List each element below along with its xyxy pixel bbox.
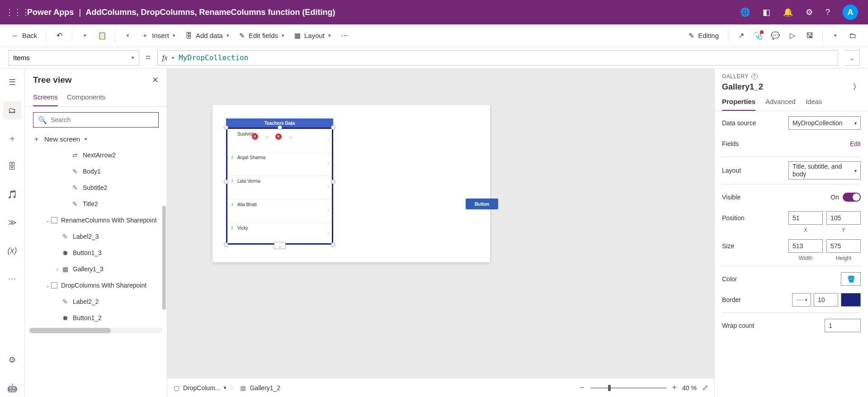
app-checker-button[interactable]: 🩺 <box>751 28 765 43</box>
wrap-count-input[interactable]: 1 <box>825 319 861 332</box>
resize-handle[interactable] <box>224 125 228 130</box>
preview-button[interactable]: ▷ <box>785 28 800 43</box>
canvas-button[interactable]: Button <box>466 198 498 209</box>
chevron-right-icon[interactable]: › <box>328 161 329 165</box>
size-width-input[interactable]: 513 <box>788 239 823 253</box>
position-x-input[interactable]: 51 <box>788 211 823 225</box>
breadcrumb-screen[interactable]: DropColum... <box>183 384 220 392</box>
property-selector[interactable]: Items ▾ <box>8 50 139 66</box>
formula-input[interactable]: fx ▾ MyDropCollection <box>157 50 838 66</box>
border-color-button[interactable] <box>841 293 861 307</box>
rail-more[interactable]: ⋯ <box>3 269 21 288</box>
undo-menu[interactable]: ▾ <box>78 28 92 43</box>
gallery-row[interactable]: Sushmita›✎✕⌄✕⌄ <box>227 129 332 152</box>
visible-toggle[interactable] <box>843 193 861 202</box>
more-commands[interactable]: ⋯ <box>337 28 352 43</box>
tree-node[interactable]: ✎Subtitle2 <box>25 180 167 196</box>
save-menu[interactable]: ▾ <box>828 28 843 43</box>
edit-template-icon[interactable]: ✎ <box>226 131 226 140</box>
border-width-input[interactable]: 10 <box>814 293 838 307</box>
zoom-slider-thumb[interactable] <box>608 385 611 391</box>
tree-scrollbar[interactable] <box>162 206 166 310</box>
error-icon[interactable]: ✕ <box>275 133 282 140</box>
tree-node[interactable]: ✎Title2 <box>25 196 167 212</box>
back-button[interactable]: ←Back <box>8 30 41 41</box>
rail-media[interactable]: 🎵 <box>3 185 21 203</box>
resize-handle[interactable] <box>331 125 335 130</box>
paste-button[interactable]: 📋 <box>95 28 109 43</box>
rail-settings[interactable]: ⚙ <box>3 351 21 369</box>
tree-search[interactable]: 🔍 <box>33 112 159 128</box>
chevron-right-icon[interactable]: › <box>328 184 329 189</box>
resize-handle[interactable] <box>224 180 228 184</box>
tree-node[interactable]: ✎Label2_3 <box>25 228 167 245</box>
chevron-right-icon[interactable]: › <box>328 231 329 236</box>
waffle-icon[interactable]: ⋮⋮⋮ <box>5 7 24 17</box>
gallery-row[interactable]: 4Alia Bhatt› <box>227 199 332 223</box>
edit-fields-link[interactable]: Edit <box>850 140 861 147</box>
chevron-down-icon[interactable]: ⌄ <box>265 134 269 139</box>
resize-handle[interactable] <box>278 125 282 130</box>
help-icon[interactable]: ? <box>826 8 830 17</box>
tree-node[interactable]: ⇄NextArrow2 <box>25 147 167 163</box>
comments-button[interactable]: 💬 <box>768 28 783 43</box>
canvas-area[interactable]: Button Teachers Data Sushmita›✎✕⌄✕⌄2Anja… <box>167 69 714 378</box>
chevron-right-icon[interactable]: › <box>328 208 329 213</box>
zoom-out-button[interactable]: − <box>580 383 585 392</box>
zoom-in-button[interactable]: + <box>672 383 677 392</box>
border-style-select[interactable]: ▾ <box>792 293 811 307</box>
globe-icon[interactable]: 🌐 <box>740 7 750 17</box>
rail-variables[interactable]: (x) <box>3 241 21 260</box>
twisty-icon[interactable]: › <box>54 266 61 272</box>
new-screen-button[interactable]: ＋ New screen ▾ <box>25 133 167 147</box>
tab-screens[interactable]: Screens <box>33 90 58 106</box>
gear-icon[interactable]: ⚙ <box>806 7 813 17</box>
chevron-right-icon[interactable]: › <box>328 137 329 142</box>
gallery-row[interactable]: 5Vicky› <box>227 223 332 245</box>
tab-properties[interactable]: Properties <box>722 98 755 111</box>
add-data-button[interactable]: 🗄Add data▾ <box>182 30 233 41</box>
rail-hamburger[interactable]: ☰ <box>3 73 21 91</box>
edit-fields-button[interactable]: ✎Edit fields▾ <box>236 30 288 42</box>
publish-button[interactable]: 🗀 <box>845 28 860 43</box>
chevron-down-icon[interactable]: ▾ <box>224 385 226 391</box>
tree-horizontal-scrollbar[interactable] <box>29 328 162 333</box>
layout-select[interactable]: Title, subtitle, and body▾ <box>788 161 861 180</box>
undo-button[interactable]: ↶ <box>52 28 66 43</box>
tree-search-input[interactable] <box>51 116 154 123</box>
rail-insert[interactable]: ＋ <box>3 129 21 147</box>
rail-data[interactable]: 🗄 <box>3 157 21 175</box>
gallery-row[interactable]: 3Lata Verma› <box>227 176 332 199</box>
twisty-icon[interactable]: ⌄ <box>44 283 51 288</box>
data-source-select[interactable]: MyDropCollection▾ <box>788 116 861 130</box>
avatar[interactable]: A <box>843 5 858 20</box>
tree-node[interactable]: ⏺Button1_3 <box>25 245 167 261</box>
layout-button[interactable]: ▦Layout▾ <box>291 30 335 42</box>
tab-ideas[interactable]: Ideas <box>806 98 822 111</box>
error-icon[interactable]: ✕ <box>252 133 258 140</box>
size-height-input[interactable]: 575 <box>826 239 861 253</box>
tree-node[interactable]: ›▦Gallery1_3 <box>25 261 167 277</box>
insert-button[interactable]: ＋Insert▾ <box>138 29 179 42</box>
chevron-down-icon[interactable]: ⌄ <box>289 134 292 139</box>
tree-node[interactable]: ✎Label2_2 <box>25 293 167 310</box>
editing-mode[interactable]: ✎Editing <box>685 30 722 42</box>
twisty-icon[interactable]: ⌄ <box>44 217 51 223</box>
selected-gallery[interactable]: Teachers Data Sushmita›✎✕⌄✕⌄2Anjali Shar… <box>226 118 333 245</box>
breadcrumb-control[interactable]: Gallery1_2 <box>250 384 280 392</box>
paste-menu[interactable]: ▾ <box>121 28 135 43</box>
gallery-row[interactable]: 2Anjali Sharma› <box>227 152 332 176</box>
resize-handle[interactable] <box>224 242 228 247</box>
info-icon[interactable]: ? <box>751 73 758 80</box>
save-button[interactable]: 🖫 <box>802 28 817 43</box>
tab-components[interactable]: Components <box>67 90 105 106</box>
gallery-add-button[interactable]: ⌄ <box>274 242 286 249</box>
fit-to-screen-button[interactable]: ⤢ <box>702 383 708 392</box>
resize-handle[interactable] <box>331 242 335 247</box>
tree-node[interactable]: ⌄RenameColumns With Sharepoint <box>25 212 167 228</box>
share-button[interactable]: ↗ <box>734 28 748 43</box>
close-icon[interactable]: ✕ <box>152 75 159 85</box>
rail-ask-virtual-agent[interactable]: 🤖 <box>3 379 21 397</box>
expand-formula-button[interactable]: ⌄ <box>844 50 860 66</box>
control-name[interactable]: Gallery1_2 <box>722 82 763 92</box>
